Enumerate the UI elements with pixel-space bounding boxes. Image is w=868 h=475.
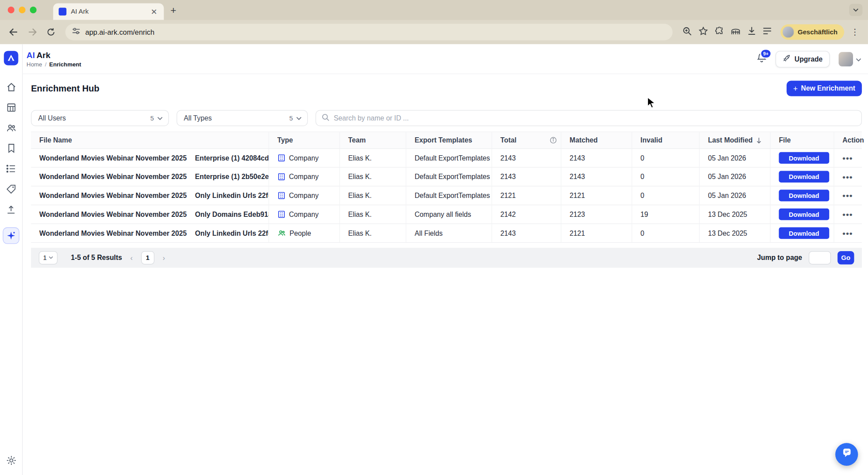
column-header-file[interactable]: File (771, 132, 835, 148)
browser-profile-chip[interactable]: Geschäftlich (780, 24, 844, 40)
enrichment-table: File Name Type Team Export Templates Tot… (31, 132, 862, 243)
column-header-export-templates[interactable]: Export Templates (406, 132, 492, 148)
upgrade-button[interactable]: Upgrade (776, 51, 830, 67)
zoom-icon[interactable] (683, 26, 692, 38)
total-cell: 2143 (492, 168, 561, 186)
tab-title: AI Ark (71, 8, 145, 16)
reload-button[interactable] (43, 24, 59, 40)
reading-list-icon[interactable] (763, 27, 772, 37)
row-menu-icon[interactable]: ••• (842, 194, 853, 197)
download-button[interactable]: Download (779, 227, 829, 239)
download-button[interactable]: Download (779, 208, 829, 220)
column-header-type[interactable]: Type (269, 132, 340, 148)
chevron-down-icon (856, 54, 861, 64)
tab-close-icon[interactable]: ✕ (150, 7, 158, 17)
action-cell: ••• (834, 168, 867, 186)
search-input[interactable] (334, 114, 856, 122)
sidebar-item-bookmarks[interactable] (3, 140, 19, 157)
current-page-button[interactable]: 1 (141, 251, 154, 264)
page-content: Enrichment Hub + New Enrichment All User… (23, 74, 868, 475)
users-filter-label: All Users (38, 114, 66, 122)
table-row[interactable]: Wonderland Movies Webinar November 2025O… (31, 205, 862, 224)
sidebar-item-uploads[interactable] (3, 201, 19, 218)
back-button[interactable] (6, 24, 21, 40)
type-cell: People (269, 224, 340, 242)
close-window-button[interactable] (8, 7, 15, 13)
column-header-matched[interactable]: Matched (561, 132, 632, 148)
column-header-file-name[interactable]: File Name (31, 132, 269, 148)
jump-to-page-input[interactable] (809, 251, 831, 264)
pagination-bar: 1 1-5 of 5 Results ‹ 1 › Jump to page Go (31, 248, 862, 267)
file-cell: Download (771, 205, 835, 224)
template-cell: Default ExportTemplates (406, 186, 492, 205)
sidebar-item-settings[interactable] (3, 452, 19, 468)
sort-descending-icon[interactable] (756, 137, 761, 143)
go-button[interactable]: Go (838, 251, 854, 264)
row-menu-icon[interactable]: ••• (842, 156, 853, 160)
matched-cell: 2121 (561, 186, 632, 205)
new-enrichment-button[interactable]: + New Enrichment (787, 81, 862, 96)
browser-menu-icon[interactable]: ⋮ (847, 27, 862, 37)
window-controls (8, 7, 37, 13)
chat-launcher-button[interactable] (835, 443, 858, 466)
column-header-last-modified[interactable]: Last Modified (700, 132, 771, 148)
sidebar-item-tags[interactable] (3, 181, 19, 197)
forward-button[interactable] (24, 24, 40, 40)
download-button[interactable]: Download (779, 190, 829, 201)
type-cell: Company (269, 168, 340, 186)
address-bar[interactable]: app.ai-ark.com/enrich (65, 24, 673, 40)
results-summary: 1-5 of 5 Results (71, 254, 122, 262)
table-row[interactable]: Wonderland Movies Webinar November 2025E… (31, 149, 862, 168)
sidebar-item-lists[interactable] (3, 161, 19, 177)
download-button[interactable]: Download (779, 171, 829, 183)
rocket-icon (783, 54, 791, 63)
breadcrumb-home[interactable]: Home (26, 61, 42, 67)
app-header: AIArk Home / Enrichment 9+ (23, 44, 868, 74)
download-icon[interactable] (747, 26, 756, 37)
sidebar-item-home[interactable] (3, 79, 19, 95)
team-cell: Elias K. (340, 168, 406, 186)
download-button[interactable]: Download (779, 152, 829, 164)
extensions-puzzle-icon[interactable] (715, 26, 724, 38)
chevron-down-icon (157, 114, 163, 122)
maximize-window-button[interactable] (30, 7, 37, 13)
account-avatar (839, 52, 853, 66)
app-sidebar (0, 44, 23, 475)
users-filter-dropdown[interactable]: All Users 5 (31, 110, 169, 126)
page-size-dropdown[interactable]: 1 (39, 251, 58, 264)
column-header-invalid[interactable]: Invalid (632, 132, 699, 148)
tab-search-button[interactable] (849, 4, 862, 16)
url-text[interactable]: app.ai-ark.com/enrich (85, 28, 154, 37)
minimize-window-button[interactable] (19, 7, 26, 13)
bookmark-star-icon[interactable] (699, 26, 708, 38)
column-header-total[interactable]: Total (492, 132, 561, 148)
row-menu-icon[interactable]: ••• (842, 175, 853, 179)
account-menu[interactable] (839, 52, 861, 66)
file-name-cell: Wonderland Movies Webinar November 2025O… (31, 186, 269, 205)
table-row[interactable]: Wonderland Movies Webinar November 2025O… (31, 224, 862, 243)
bridge-icon[interactable] (731, 27, 741, 37)
type-cell: Company (269, 149, 340, 167)
invalid-cell: 19 (632, 205, 699, 224)
app-frame: AIArk Home / Enrichment 9+ (0, 44, 868, 475)
site-settings-icon[interactable] (72, 27, 80, 37)
row-menu-icon[interactable]: ••• (842, 231, 853, 235)
next-page-icon[interactable]: › (159, 254, 169, 262)
table-row[interactable]: Wonderland Movies Webinar November 2025O… (31, 186, 862, 205)
types-filter-dropdown[interactable]: All Types 5 (177, 110, 308, 126)
previous-page-icon[interactable]: ‹ (126, 254, 136, 262)
new-tab-button[interactable]: + (170, 5, 176, 16)
table-row[interactable]: Wonderland Movies Webinar November 2025E… (31, 168, 862, 186)
sidebar-item-companies[interactable] (3, 99, 19, 116)
column-header-team[interactable]: Team (340, 132, 406, 148)
row-menu-icon[interactable]: ••• (842, 213, 853, 216)
app-logo[interactable] (4, 51, 18, 66)
info-icon[interactable] (550, 137, 557, 144)
sidebar-item-people[interactable] (3, 120, 19, 136)
notifications-button[interactable]: 9+ (757, 52, 767, 65)
jump-to-page: Jump to page Go (757, 251, 854, 264)
file-name-cell: Wonderland Movies Webinar November 2025E… (31, 149, 269, 167)
template-cell: Default ExportTemplates (406, 168, 492, 186)
browser-tab[interactable]: AI Ark ✕ (53, 4, 164, 20)
sidebar-item-enrichment[interactable] (3, 227, 19, 244)
